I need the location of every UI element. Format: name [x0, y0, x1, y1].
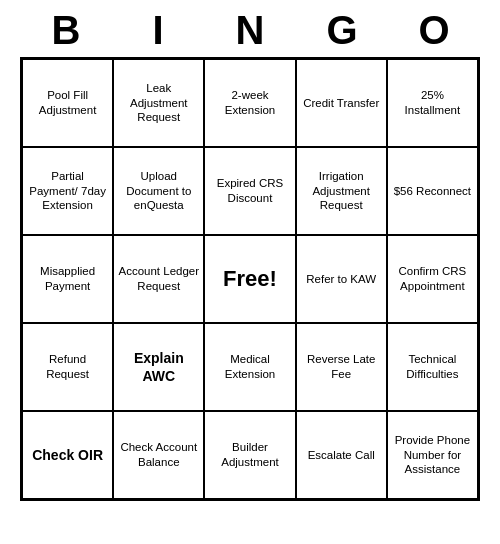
bingo-cell-23: Escalate Call: [296, 411, 387, 499]
bingo-cell-6: Upload Document to enQuesta: [113, 147, 204, 235]
bingo-cell-22: Builder Adjustment: [204, 411, 295, 499]
bingo-cell-0: Pool Fill Adjustment: [22, 59, 113, 147]
bingo-cell-7: Expired CRS Discount: [204, 147, 295, 235]
bingo-letter-n: N: [210, 8, 290, 53]
bingo-letter-g: G: [302, 8, 382, 53]
bingo-letter-b: B: [26, 8, 106, 53]
bingo-cell-1: Leak Adjustment Request: [113, 59, 204, 147]
bingo-cell-11: Account Ledger Request: [113, 235, 204, 323]
bingo-cell-5: Partial Payment/ 7day Extension: [22, 147, 113, 235]
bingo-cell-9: $56 Reconnect: [387, 147, 478, 235]
bingo-cell-21: Check Account Balance: [113, 411, 204, 499]
bingo-cell-14: Confirm CRS Appointment: [387, 235, 478, 323]
bingo-cell-19: Technical Difficulties: [387, 323, 478, 411]
bingo-cell-3: Credit Transfer: [296, 59, 387, 147]
bingo-cell-10: Misapplied Payment: [22, 235, 113, 323]
bingo-cell-4: 25% Installment: [387, 59, 478, 147]
bingo-cell-12: Free!: [204, 235, 295, 323]
bingo-letter-i: I: [118, 8, 198, 53]
bingo-header: BINGO: [20, 0, 480, 57]
bingo-cell-20: Check OIR: [22, 411, 113, 499]
bingo-cell-16: Explain AWC: [113, 323, 204, 411]
bingo-letter-o: O: [394, 8, 474, 53]
bingo-cell-24: Provide Phone Number for Assistance: [387, 411, 478, 499]
bingo-cell-8: Irrigation Adjustment Request: [296, 147, 387, 235]
bingo-cell-18: Reverse Late Fee: [296, 323, 387, 411]
bingo-cell-15: Refund Request: [22, 323, 113, 411]
bingo-cell-17: Medical Extension: [204, 323, 295, 411]
bingo-grid: Pool Fill AdjustmentLeak Adjustment Requ…: [20, 57, 480, 501]
bingo-cell-2: 2-week Extension: [204, 59, 295, 147]
bingo-cell-13: Refer to KAW: [296, 235, 387, 323]
